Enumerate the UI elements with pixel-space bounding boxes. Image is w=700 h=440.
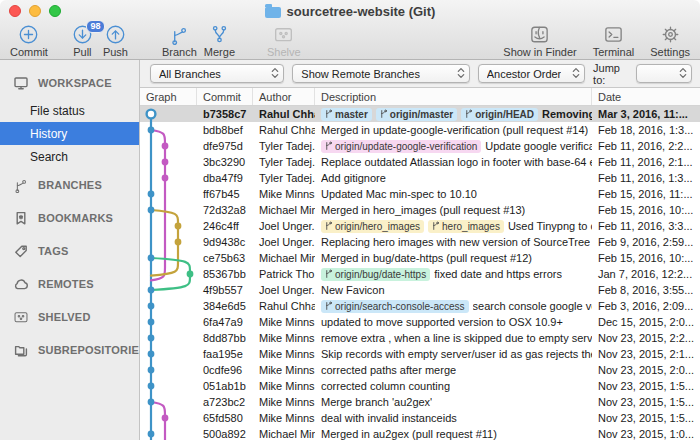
commit-date: Feb 18, 2016, 1:3... [592,124,700,136]
sidebar-section-label: WORKSPACE [38,77,112,89]
column-header-graph[interactable]: Graph [140,88,197,105]
column-header-date[interactable]: Date [592,88,700,105]
commit-hash: bdb8bef [197,124,253,136]
toolbar-pull-button[interactable]: 98Pull [72,23,93,58]
close-button[interactable] [9,5,21,17]
toolbar-branch-button[interactable]: Branch [162,23,197,58]
table-row[interactable]: 3bc3290Tyler Tadej...Replace outdated At… [140,154,700,170]
table-row[interactable]: a723bc2Mike Minns...Merge branch 'au2gex… [140,394,700,410]
bookmark-icon [13,210,29,226]
remote-filter-value: Show Remote Branches [301,68,420,80]
minimize-button[interactable] [29,5,41,17]
commit-hash: 500a892 [197,428,253,440]
author: Patrick Tho... [253,268,315,280]
sidebar-item-history[interactable]: History [0,122,139,145]
toolbar-settings-button[interactable]: Settings [650,23,690,58]
column-header-author[interactable]: Author [253,88,315,105]
merge-icon [209,23,230,46]
sidebar-section-subrepositories[interactable]: SUBREPOSITORIES [0,333,139,366]
commit-hash: 65fd580 [197,412,253,424]
commit-date: Feb 11, 2016, 3:3... [592,220,700,232]
commit-date: Feb 15, 2016, 10:... [592,252,700,264]
table-row[interactable]: ff67b45Mike Minns...Updated Mac min-spec… [140,186,700,202]
table-row[interactable]: 8dd87bbMike Minns...remove extra , when … [140,330,700,346]
sidebar-item-file-status[interactable]: File status [0,99,139,122]
table-row[interactable]: dfe975dTyler Tadej...origin/update-googl… [140,138,700,154]
commit-graph [140,106,197,440]
toolbar-show-in-finder-button[interactable]: Show in Finder [503,23,576,58]
commit-message: Replacing hero images with new version o… [321,236,590,248]
sidebar-section-tags[interactable]: TAGS [0,234,139,267]
cloud-icon [13,276,29,292]
toolbar-pull-label: Pull [73,46,91,58]
commit-date: Nov 23, 2015, 2:1... [592,348,700,360]
terminal-icon [603,23,624,46]
shelve-icon [273,23,294,46]
table-row[interactable]: 0cdfe96Mike Minns...corrected paths afte… [140,362,700,378]
sidebar-section-label: SUBREPOSITORIES [38,344,140,356]
subrepo-icon [13,342,29,358]
commit-date: Feb 8, 2016, 3:55... [592,284,700,296]
sidebar-item-search[interactable]: Search [0,145,139,168]
sidebar-section-bookmarks[interactable]: BOOKMARKS [0,201,139,234]
table-row[interactable]: 85367bbPatrick Tho...origin/bug/date-htt… [140,266,700,282]
branch-badge: origin/HEAD [461,108,538,121]
table-row[interactable]: 4f9b557Joel Unger...New FaviconFeb 8, 20… [140,282,700,298]
branch-filter-dropdown[interactable]: All Branches [150,64,284,83]
table-header: GraphCommitAuthorDescriptionDate [140,88,700,106]
chevron-up-down-icon [271,65,279,83]
table-row[interactable]: ce75b63Michael Min...Merged in bug/date-… [140,250,700,266]
table-row[interactable]: 9d9438cJoel Unger...Replacing hero image… [140,234,700,250]
table-row[interactable]: dba47f9Tyler Tadej...Add gitignoreFeb 11… [140,170,700,186]
table-row[interactable]: 65fd580Mike Minns...deal with invalid in… [140,410,700,426]
commit-message: Merge branch 'au2gex' [321,396,432,408]
push-icon [105,23,126,46]
commit-message: Merged in au2gex (pull request #11) [321,428,497,440]
table-row[interactable]: bdb8befRahul Chhab...Merged in update-go… [140,122,700,138]
table-row[interactable]: 72d32a8Michael Min...Merged in hero_imag… [140,202,700,218]
commit-hash: a723bc2 [197,396,253,408]
author: Michael Min... [253,252,315,264]
jump-to-dropdown[interactable] [636,64,692,83]
author: Michael Min... [253,204,315,216]
chevron-up-down-icon [457,65,465,83]
toolbar-merge-button[interactable]: Merge [204,23,235,58]
toolbar-push-button[interactable]: Push [103,23,128,58]
author: Mike Minns... [253,396,315,408]
sidebar-section-label: SHELVED [38,311,91,323]
commit-message: Merged in hero_images (pull request #13) [321,204,525,216]
finder-icon [529,23,550,46]
description-cell: Add gitignore [315,172,592,184]
toolbar-show-in-finder-label: Show in Finder [503,46,576,58]
table-row[interactable]: 051ab1bMike Minns... corrected column co… [140,378,700,394]
commit-message: Removing ol... [542,108,592,120]
toolbar-terminal-button[interactable]: Terminal [593,23,635,58]
toolbar-merge-label: Merge [204,46,235,58]
table-row[interactable]: 6fa47a9Mike Minns...updated to move supp… [140,314,700,330]
table-row[interactable]: b7358c7Rahul Chha...masterorigin/mastero… [140,106,700,122]
main-pane: All Branches Show Remote Branches Ancest… [140,60,700,440]
commit-hash: 3bc3290 [197,156,253,168]
column-header-description[interactable]: Description [315,88,592,105]
description-cell: Updated Mac min-spec to 10.10 [315,188,592,200]
table-row[interactable]: 246c4ffJoel Unger...origin/hero_imageshe… [140,218,700,234]
sidebar-section-branches[interactable]: BRANCHES [0,168,139,201]
sidebar-section-workspace[interactable]: WORKSPACE [0,66,139,99]
toolbar-commit-label: Commit [10,46,48,58]
zoom-button[interactable] [49,5,61,17]
table-row[interactable]: faa195eMike Minns...Skip records with em… [140,346,700,362]
description-cell: New Favicon [315,284,592,296]
remote-filter-dropdown[interactable]: Show Remote Branches [292,64,469,83]
commit-message: deal with invalid instanceids [321,412,457,424]
sidebar-section-remotes[interactable]: REMOTES [0,267,139,300]
traffic-lights [9,5,61,17]
commit-message: remove extra , when a line is skipped du… [321,332,592,344]
filter-bar: All Branches Show Remote Branches Ancest… [140,60,700,88]
toolbar-commit-button[interactable]: Commit [10,23,48,58]
sidebar-section-shelved[interactable]: SHELVED [0,300,139,333]
commit-date: Feb 3, 2016, 2:09... [592,300,700,312]
table-row[interactable]: 500a892Michael Min...Merged in au2gex (p… [140,426,700,440]
order-filter-dropdown[interactable]: Ancestor Order [478,64,585,83]
table-row[interactable]: 384e6d5Rahul Chhab...origin/search-conso… [140,298,700,314]
column-header-commit[interactable]: Commit [197,88,253,105]
